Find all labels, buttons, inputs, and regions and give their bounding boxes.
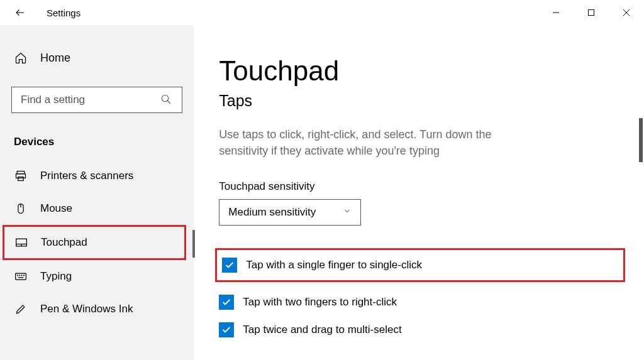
svg-rect-7 (16, 174, 26, 178)
svg-line-5 (168, 101, 171, 104)
check-two-finger[interactable]: Tap with two fingers to right-click (219, 295, 625, 310)
sensitivity-value: Medium sensitivity (228, 206, 343, 219)
nav-pen[interactable]: Pen & Windows Ink (0, 293, 194, 325)
nav-pen-label: Pen & Windows Ink (40, 303, 133, 315)
check-drag[interactable]: Tap twice and drag to multi-select (219, 322, 625, 337)
printer-icon (14, 170, 28, 182)
maximize-button[interactable] (574, 0, 609, 25)
nav-printers[interactable]: Printers & scanners (0, 160, 194, 192)
home-label: Home (40, 52, 70, 65)
svg-rect-1 (589, 10, 594, 16)
checkbox-checked-icon (219, 322, 234, 337)
search-box[interactable] (11, 87, 182, 113)
mouse-icon (14, 202, 28, 215)
check-single-tap[interactable]: Tap with a single finger to single-click (215, 248, 625, 282)
section-title: Taps (219, 92, 625, 110)
svg-point-4 (162, 95, 169, 102)
nav-mouse-label: Mouse (40, 202, 72, 215)
nav-touchpad-label: Touchpad (41, 236, 87, 249)
svg-point-15 (18, 275, 18, 276)
nav-touchpad[interactable]: Touchpad (3, 225, 186, 260)
svg-point-16 (19, 275, 20, 276)
svg-rect-8 (18, 177, 23, 181)
section-description: Use taps to click, right-click, and sele… (219, 126, 533, 159)
nav-printers-label: Printers & scanners (40, 170, 133, 182)
checkbox-checked-icon (222, 258, 237, 273)
check-two-finger-label: Tap with two fingers to right-click (243, 296, 397, 308)
nav-mouse[interactable]: Mouse (0, 192, 194, 225)
close-button[interactable] (609, 0, 644, 25)
svg-rect-14 (16, 273, 26, 280)
nav-typing[interactable]: Typing (0, 260, 194, 293)
home-icon (14, 52, 28, 64)
back-button[interactable] (11, 4, 29, 21)
sensitivity-label: Touchpad sensitivity (219, 180, 625, 193)
nav-typing-label: Typing (40, 270, 72, 283)
group-header-devices: Devices (14, 136, 194, 148)
svg-point-17 (21, 275, 22, 276)
svg-point-18 (24, 275, 25, 276)
main-scroll-indicator[interactable] (639, 118, 643, 162)
checkbox-checked-icon (219, 295, 234, 310)
check-drag-label: Tap twice and drag to multi-select (243, 324, 401, 336)
home-nav[interactable]: Home (0, 44, 194, 72)
search-icon (160, 94, 173, 106)
page-title: Touchpad (219, 55, 625, 87)
keyboard-icon (14, 270, 28, 283)
touchpad-icon (14, 236, 28, 249)
pen-icon (14, 303, 28, 315)
search-input[interactable] (21, 94, 160, 106)
sensitivity-select[interactable]: Medium sensitivity (219, 199, 361, 226)
svg-rect-6 (17, 172, 25, 174)
chevron-down-icon (343, 207, 352, 218)
check-single-tap-label: Tap with a single finger to single-click (246, 259, 422, 271)
minimize-button[interactable] (538, 0, 574, 25)
window-title: Settings (47, 8, 80, 18)
